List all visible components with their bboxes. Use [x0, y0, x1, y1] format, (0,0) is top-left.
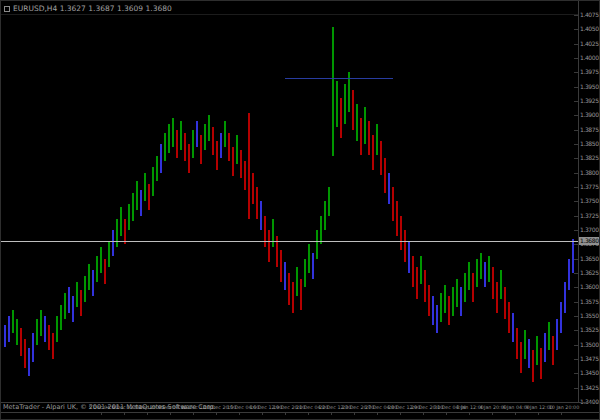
- price-bar: [380, 141, 382, 175]
- price-bar: [116, 219, 118, 248]
- price-axis-label: 1.4075: [580, 12, 600, 18]
- price-bar: [500, 270, 502, 299]
- price-bar: [360, 118, 362, 155]
- price-bar: [304, 259, 306, 288]
- price-bar: [224, 121, 226, 147]
- price-axis-tick: [574, 345, 578, 346]
- price-bar: [84, 276, 86, 302]
- price-bar: [420, 256, 422, 285]
- price-bar: [316, 230, 318, 259]
- price-bar: [340, 98, 342, 138]
- indicator-line[interactable]: [285, 78, 393, 79]
- price-bar: [156, 156, 158, 182]
- price-bar: [132, 193, 134, 222]
- price-bar: [284, 262, 286, 291]
- price-bar: [136, 181, 138, 210]
- price-bar: [388, 173, 390, 205]
- price-bar: [444, 285, 446, 314]
- price-bar: [24, 339, 26, 368]
- price-bar: [408, 242, 410, 274]
- price-bar: [68, 287, 70, 313]
- price-axis-label: 1.3875: [580, 127, 600, 133]
- price-bar: [344, 84, 346, 124]
- price-bar: [296, 267, 298, 296]
- price-bar: [196, 121, 198, 147]
- price-bar: [32, 333, 34, 362]
- price-bar: [72, 296, 74, 322]
- price-bar: [328, 187, 330, 216]
- price-axis-label: 1.4050: [580, 26, 600, 32]
- price-axis-label: 1.3500: [580, 342, 600, 348]
- price-bar: [476, 259, 478, 288]
- price-bar: [48, 325, 50, 351]
- current-price-line[interactable]: [1, 241, 578, 242]
- price-axis-tick: [574, 72, 578, 73]
- price-bar: [436, 305, 438, 334]
- price-bar: [236, 135, 238, 164]
- price-bar: [244, 161, 246, 190]
- price-axis-tick: [574, 359, 578, 360]
- price-bar: [212, 127, 214, 156]
- price-bar: [424, 270, 426, 302]
- price-bar: [184, 133, 186, 162]
- price-bar: [568, 259, 570, 291]
- price-bar: [180, 121, 182, 150]
- price-bar: [80, 290, 82, 316]
- price-bar: [232, 147, 234, 176]
- price-bar: [400, 216, 402, 250]
- price-bar: [260, 201, 262, 230]
- price-axis-tick: [574, 87, 578, 88]
- price-axis-tick: [574, 44, 578, 45]
- price-bar: [100, 247, 102, 273]
- price-axis-tick: [574, 101, 578, 102]
- price-axis-label: 1.3525: [580, 327, 600, 333]
- symbol-icon: [4, 6, 10, 12]
- price-bar: [352, 90, 354, 130]
- price-axis-label: 1.3725: [580, 213, 600, 219]
- price-bar: [332, 27, 334, 156]
- time-axis-label: 10 Jan 20:00: [549, 404, 579, 410]
- price-bar: [264, 216, 266, 248]
- price-axis-tick: [574, 15, 578, 16]
- price-bar: [252, 173, 254, 205]
- price-axis-tick: [574, 273, 578, 274]
- price-bar: [440, 293, 442, 322]
- price-bar: [448, 296, 450, 325]
- price-axis-label: 1.3575: [580, 299, 600, 305]
- price-bar: [536, 336, 538, 365]
- price-bar: [324, 201, 326, 230]
- price-bar: [372, 135, 374, 169]
- chart-plot-area[interactable]: [1, 1, 579, 403]
- price-bar: [12, 310, 14, 333]
- price-bar: [108, 242, 110, 268]
- mt4-chart-window: EURUSD,H4 1.3627 1.3687 1.3609 1.3680 1.…: [0, 0, 600, 420]
- price-bar: [364, 107, 366, 144]
- price-axis-tick: [574, 302, 578, 303]
- price-axis-label: 1.3475: [580, 356, 600, 362]
- price-bar: [192, 130, 194, 159]
- price-bar: [492, 267, 494, 299]
- price-axis-label: 1.3600: [580, 284, 600, 290]
- price-bar: [268, 230, 270, 262]
- price-bar: [92, 270, 94, 296]
- price-axis-tick: [574, 373, 578, 374]
- price-bar: [392, 187, 394, 221]
- price-axis-label: 1.3425: [580, 385, 600, 391]
- branding-text: MetaTrader - Alpari UK, © 2001-2011 Meta…: [3, 404, 216, 411]
- price-bar: [508, 302, 510, 334]
- price-bar: [112, 230, 114, 256]
- price-bar: [28, 348, 30, 377]
- price-bar: [52, 333, 54, 359]
- price-bar: [396, 201, 398, 235]
- price-axis-tick: [574, 29, 578, 30]
- price-bar: [176, 130, 178, 159]
- price-bar: [76, 282, 78, 308]
- current-price-label: 1.3680: [579, 237, 600, 245]
- price-bar: [484, 262, 486, 288]
- price-bar: [480, 253, 482, 279]
- price-bar: [96, 256, 98, 282]
- price-axis-tick: [574, 130, 578, 131]
- price-bar: [36, 319, 38, 345]
- price-bar: [280, 250, 282, 282]
- price-bar: [292, 282, 294, 314]
